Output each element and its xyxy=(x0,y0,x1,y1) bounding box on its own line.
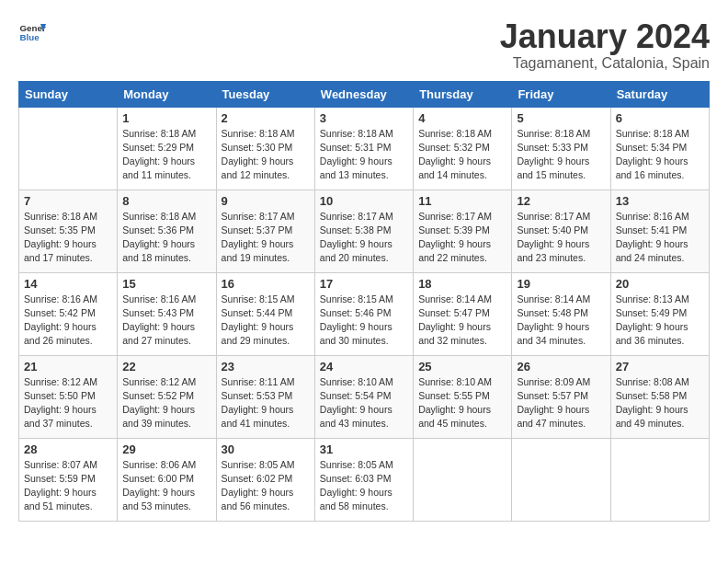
day-number: 11 xyxy=(418,194,506,208)
calendar-week-4: 21Sunrise: 8:12 AM Sunset: 5:50 PM Dayli… xyxy=(19,355,710,438)
day-info: Sunrise: 8:15 AM Sunset: 5:44 PM Dayligh… xyxy=(222,293,310,349)
calendar-week-2: 7Sunrise: 8:18 AM Sunset: 5:35 PM Daylig… xyxy=(19,190,710,272)
calendar-cell: 18Sunrise: 8:14 AM Sunset: 5:47 PM Dayli… xyxy=(414,272,512,355)
calendar-cell: 28Sunrise: 8:07 AM Sunset: 5:59 PM Dayli… xyxy=(19,438,118,521)
day-number: 14 xyxy=(24,277,112,291)
day-number: 27 xyxy=(616,360,704,373)
calendar-title: January 2024 xyxy=(500,18,710,55)
day-number: 1 xyxy=(122,111,210,125)
day-number: 21 xyxy=(24,360,112,373)
day-number: 26 xyxy=(517,360,605,373)
calendar-week-3: 14Sunrise: 8:16 AM Sunset: 5:42 PM Dayli… xyxy=(19,272,710,355)
day-number: 19 xyxy=(517,277,605,291)
calendar-cell: 24Sunrise: 8:10 AM Sunset: 5:54 PM Dayli… xyxy=(314,355,413,438)
calendar-cell xyxy=(414,438,512,521)
calendar-cell: 6Sunrise: 8:18 AM Sunset: 5:34 PM Daylig… xyxy=(610,107,709,190)
day-number: 12 xyxy=(517,194,605,208)
calendar-cell: 1Sunrise: 8:18 AM Sunset: 5:29 PM Daylig… xyxy=(118,107,216,190)
logo-icon: General Blue xyxy=(18,18,46,46)
calendar-cell: 27Sunrise: 8:08 AM Sunset: 5:58 PM Dayli… xyxy=(610,355,709,438)
calendar-cell: 16Sunrise: 8:15 AM Sunset: 5:44 PM Dayli… xyxy=(216,272,314,355)
day-info: Sunrise: 8:17 AM Sunset: 5:40 PM Dayligh… xyxy=(517,210,605,266)
day-number: 4 xyxy=(418,111,506,125)
calendar-subtitle: Tagamanent, Catalonia, Spain xyxy=(500,55,710,72)
day-info: Sunrise: 8:09 AM Sunset: 5:57 PM Dayligh… xyxy=(517,375,605,431)
header-wednesday: Wednesday xyxy=(314,81,413,107)
calendar-cell: 8Sunrise: 8:18 AM Sunset: 5:36 PM Daylig… xyxy=(118,190,216,272)
calendar-cell: 26Sunrise: 8:09 AM Sunset: 5:57 PM Dayli… xyxy=(512,355,610,438)
calendar-cell: 15Sunrise: 8:16 AM Sunset: 5:43 PM Dayli… xyxy=(118,272,216,355)
day-number: 15 xyxy=(122,277,210,291)
day-number: 6 xyxy=(616,111,704,125)
day-info: Sunrise: 8:05 AM Sunset: 6:02 PM Dayligh… xyxy=(222,458,310,514)
svg-text:Blue: Blue xyxy=(20,32,40,42)
calendar-cell xyxy=(512,438,610,521)
calendar-week-1: 1Sunrise: 8:18 AM Sunset: 5:29 PM Daylig… xyxy=(19,107,710,190)
calendar-cell: 11Sunrise: 8:17 AM Sunset: 5:39 PM Dayli… xyxy=(414,190,512,272)
day-info: Sunrise: 8:17 AM Sunset: 5:37 PM Dayligh… xyxy=(222,210,310,266)
day-info: Sunrise: 8:16 AM Sunset: 5:43 PM Dayligh… xyxy=(122,293,210,349)
logo: General Blue xyxy=(18,18,46,46)
calendar-cell: 23Sunrise: 8:11 AM Sunset: 5:53 PM Dayli… xyxy=(216,355,314,438)
day-number: 28 xyxy=(24,442,112,456)
day-info: Sunrise: 8:10 AM Sunset: 5:55 PM Dayligh… xyxy=(418,375,506,431)
day-info: Sunrise: 8:12 AM Sunset: 5:52 PM Dayligh… xyxy=(122,375,210,431)
day-number: 2 xyxy=(222,111,310,125)
calendar-week-5: 28Sunrise: 8:07 AM Sunset: 5:59 PM Dayli… xyxy=(19,438,710,521)
day-number: 30 xyxy=(222,442,310,456)
day-info: Sunrise: 8:18 AM Sunset: 5:33 PM Dayligh… xyxy=(517,127,605,183)
day-number: 24 xyxy=(320,360,408,373)
day-number: 22 xyxy=(122,360,210,373)
calendar-cell: 17Sunrise: 8:15 AM Sunset: 5:46 PM Dayli… xyxy=(314,272,413,355)
day-info: Sunrise: 8:15 AM Sunset: 5:46 PM Dayligh… xyxy=(320,293,408,349)
day-info: Sunrise: 8:13 AM Sunset: 5:49 PM Dayligh… xyxy=(616,293,704,349)
calendar-cell: 20Sunrise: 8:13 AM Sunset: 5:49 PM Dayli… xyxy=(610,272,709,355)
day-info: Sunrise: 8:14 AM Sunset: 5:48 PM Dayligh… xyxy=(517,293,605,349)
day-number: 3 xyxy=(320,111,408,125)
calendar-cell: 21Sunrise: 8:12 AM Sunset: 5:50 PM Dayli… xyxy=(19,355,118,438)
day-info: Sunrise: 8:11 AM Sunset: 5:53 PM Dayligh… xyxy=(222,375,310,431)
header-friday: Friday xyxy=(512,81,610,107)
day-number: 13 xyxy=(616,194,704,208)
day-number: 16 xyxy=(222,277,310,291)
calendar-cell: 13Sunrise: 8:16 AM Sunset: 5:41 PM Dayli… xyxy=(610,190,709,272)
header-tuesday: Tuesday xyxy=(216,81,314,107)
page-header: General Blue January 2024 Tagamanent, Ca… xyxy=(18,18,710,72)
calendar-cell: 14Sunrise: 8:16 AM Sunset: 5:42 PM Dayli… xyxy=(19,272,118,355)
calendar-table: SundayMondayTuesdayWednesdayThursdayFrid… xyxy=(18,81,710,522)
day-number: 23 xyxy=(222,360,310,373)
day-number: 10 xyxy=(320,194,408,208)
calendar-cell: 12Sunrise: 8:17 AM Sunset: 5:40 PM Dayli… xyxy=(512,190,610,272)
day-info: Sunrise: 8:18 AM Sunset: 5:34 PM Dayligh… xyxy=(616,127,704,183)
day-info: Sunrise: 8:06 AM Sunset: 6:00 PM Dayligh… xyxy=(122,458,210,514)
calendar-cell: 5Sunrise: 8:18 AM Sunset: 5:33 PM Daylig… xyxy=(512,107,610,190)
day-info: Sunrise: 8:16 AM Sunset: 5:41 PM Dayligh… xyxy=(616,210,704,266)
calendar-cell: 10Sunrise: 8:17 AM Sunset: 5:38 PM Dayli… xyxy=(314,190,413,272)
day-info: Sunrise: 8:10 AM Sunset: 5:54 PM Dayligh… xyxy=(320,375,408,431)
day-info: Sunrise: 8:17 AM Sunset: 5:38 PM Dayligh… xyxy=(320,210,408,266)
calendar-cell: 29Sunrise: 8:06 AM Sunset: 6:00 PM Dayli… xyxy=(118,438,216,521)
calendar-cell: 2Sunrise: 8:18 AM Sunset: 5:30 PM Daylig… xyxy=(216,107,314,190)
day-info: Sunrise: 8:17 AM Sunset: 5:39 PM Dayligh… xyxy=(418,210,506,266)
day-info: Sunrise: 8:18 AM Sunset: 5:30 PM Dayligh… xyxy=(222,127,310,183)
day-info: Sunrise: 8:08 AM Sunset: 5:58 PM Dayligh… xyxy=(616,375,704,431)
header-sunday: Sunday xyxy=(19,81,118,107)
day-info: Sunrise: 8:16 AM Sunset: 5:42 PM Dayligh… xyxy=(24,293,112,349)
day-info: Sunrise: 8:18 AM Sunset: 5:31 PM Dayligh… xyxy=(320,127,408,183)
calendar-cell: 9Sunrise: 8:17 AM Sunset: 5:37 PM Daylig… xyxy=(216,190,314,272)
calendar-cell: 30Sunrise: 8:05 AM Sunset: 6:02 PM Dayli… xyxy=(216,438,314,521)
header-thursday: Thursday xyxy=(414,81,512,107)
header-monday: Monday xyxy=(118,81,216,107)
day-info: Sunrise: 8:18 AM Sunset: 5:36 PM Dayligh… xyxy=(122,210,210,266)
day-number: 20 xyxy=(616,277,704,291)
day-info: Sunrise: 8:18 AM Sunset: 5:29 PM Dayligh… xyxy=(122,127,210,183)
day-number: 17 xyxy=(320,277,408,291)
day-info: Sunrise: 8:12 AM Sunset: 5:50 PM Dayligh… xyxy=(24,375,112,431)
calendar-cell: 3Sunrise: 8:18 AM Sunset: 5:31 PM Daylig… xyxy=(314,107,413,190)
calendar-cell xyxy=(19,107,118,190)
day-number: 31 xyxy=(320,442,408,456)
day-number: 9 xyxy=(222,194,310,208)
title-area: January 2024 Tagamanent, Catalonia, Spai… xyxy=(500,18,710,72)
day-number: 8 xyxy=(122,194,210,208)
day-info: Sunrise: 8:18 AM Sunset: 5:35 PM Dayligh… xyxy=(24,210,112,266)
